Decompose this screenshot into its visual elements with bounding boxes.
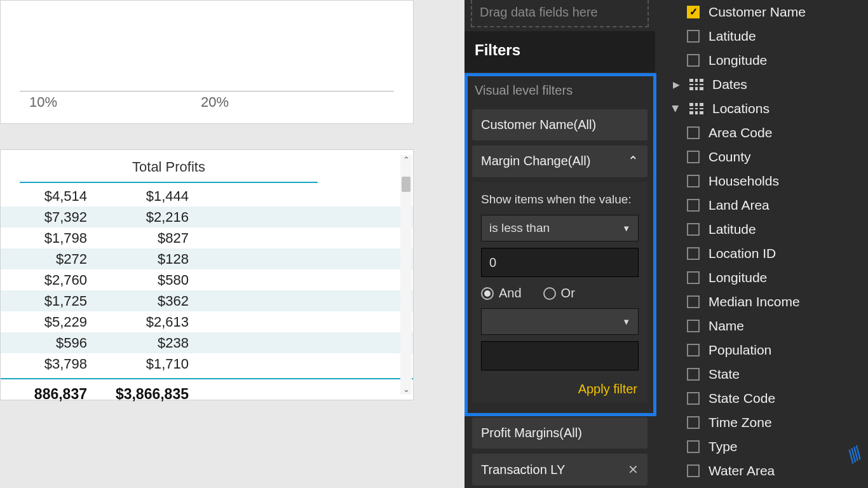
field-item[interactable]: Longitude bbox=[655, 266, 868, 290]
field-item[interactable]: Latitude bbox=[655, 24, 868, 48]
table-row[interactable]: $2,760$580 bbox=[1, 269, 413, 290]
field-label: Time Zone bbox=[709, 415, 772, 430]
table-cell: $596 bbox=[1, 335, 102, 351]
checkbox-icon[interactable] bbox=[687, 54, 700, 67]
checkbox-icon[interactable] bbox=[687, 151, 700, 163]
chart-x-axis bbox=[20, 91, 394, 92]
field-item[interactable]: Area Code bbox=[655, 121, 868, 145]
table-row[interactable]: $4,514$1,444 bbox=[1, 186, 413, 207]
field-item[interactable]: Customer Name bbox=[655, 0, 868, 24]
table-cell: $1,798 bbox=[1, 230, 102, 247]
visualizations-pane: Drag data fields here Filters Visual lev… bbox=[465, 0, 655, 488]
table-row[interactable]: $1,798$827 bbox=[1, 227, 413, 248]
field-item[interactable]: State Code bbox=[655, 386, 868, 410]
drag-field-well[interactable]: Drag data fields here bbox=[471, 0, 649, 27]
logic-or-radio[interactable]: Or bbox=[543, 286, 575, 301]
filter-card-transaction-ly[interactable]: Transaction LY ✕ bbox=[472, 454, 648, 485]
field-label: Longitude bbox=[709, 53, 767, 68]
table-cell: $2,216 bbox=[102, 209, 204, 226]
field-item[interactable]: Latitude bbox=[655, 217, 868, 241]
table-row[interactable]: $3,798$1,710 bbox=[1, 353, 413, 374]
checkbox-icon[interactable] bbox=[687, 416, 700, 429]
table-row[interactable]: $7,392$2,216 bbox=[1, 207, 413, 227]
filter-card-margin-change[interactable]: Margin Change(All) ⌃ bbox=[472, 146, 648, 177]
filter-value-1-input[interactable] bbox=[481, 248, 639, 277]
field-label: Land Area bbox=[709, 198, 770, 213]
table-cell: $4,514 bbox=[1, 188, 102, 205]
table-row[interactable]: $272$128 bbox=[1, 248, 413, 269]
table-cell: $7,392 bbox=[1, 209, 102, 226]
filter-card-label: Profit Margins(All) bbox=[481, 426, 582, 440]
table-cell: $2,760 bbox=[1, 272, 102, 288]
scroll-down-icon[interactable]: ⌄ bbox=[400, 384, 412, 395]
fields-table-locations[interactable]: ▶ Locations bbox=[655, 97, 868, 121]
apply-filter-button[interactable]: Apply filter bbox=[481, 379, 639, 396]
table-total-row: 886,837 $3,866,835 bbox=[1, 378, 413, 403]
checkbox-icon[interactable] bbox=[687, 295, 700, 308]
filter-card-profit-margins[interactable]: Profit Margins(All) bbox=[472, 417, 648, 449]
checkbox-icon[interactable] bbox=[687, 464, 700, 477]
filters-header: Filters bbox=[465, 31, 655, 72]
filter-card-customer-name[interactable]: Customer Name(All) bbox=[472, 109, 648, 140]
field-item[interactable]: State bbox=[655, 362, 868, 386]
checkbox-checked-icon[interactable] bbox=[687, 6, 700, 18]
table-cell: $3,798 bbox=[1, 356, 102, 372]
scrollbar[interactable]: ⌃ ⌄ bbox=[400, 155, 412, 395]
table-row[interactable]: $596$238 bbox=[1, 332, 413, 353]
field-label: Median Income bbox=[709, 294, 800, 309]
checkbox-icon[interactable] bbox=[687, 223, 700, 236]
scroll-thumb[interactable] bbox=[402, 177, 410, 192]
field-label: Customer Name bbox=[709, 4, 806, 20]
field-item[interactable]: Water Area bbox=[655, 459, 868, 483]
field-item[interactable]: Location ID bbox=[655, 241, 868, 266]
table-total-cell: 886,837 bbox=[1, 386, 102, 403]
axis-tick: 20% bbox=[201, 94, 229, 111]
scroll-up-icon[interactable]: ⌃ bbox=[400, 155, 412, 165]
table-cell: $580 bbox=[102, 272, 204, 288]
checkbox-icon[interactable] bbox=[687, 175, 700, 187]
checkbox-icon[interactable] bbox=[687, 199, 700, 212]
field-item[interactable]: County bbox=[655, 145, 868, 169]
checkbox-icon[interactable] bbox=[687, 30, 700, 43]
chart-visual[interactable]: 10% 20% bbox=[0, 0, 414, 124]
filter-condition-2-select[interactable]: ▼ bbox=[481, 308, 639, 335]
table-visual[interactable]: Total Profits $4,514$1,444$7,392$2,216$1… bbox=[0, 149, 414, 400]
checkbox-icon[interactable] bbox=[687, 368, 700, 381]
field-item[interactable]: Median Income bbox=[655, 290, 868, 314]
caret-down-icon: ▶ bbox=[671, 104, 681, 113]
field-label: Name bbox=[709, 318, 744, 334]
checkbox-icon[interactable] bbox=[687, 440, 700, 453]
fields-table-dates[interactable]: ▶ Dates bbox=[655, 72, 868, 97]
checkbox-icon[interactable] bbox=[687, 344, 700, 356]
field-label: Latitude bbox=[709, 29, 756, 44]
table-header: Total Profits bbox=[20, 150, 318, 183]
close-icon[interactable]: ✕ bbox=[628, 462, 639, 477]
checkbox-icon[interactable] bbox=[687, 271, 700, 284]
table-row[interactable]: $5,229$2,613 bbox=[1, 311, 413, 332]
logic-and-radio[interactable]: And bbox=[481, 286, 522, 301]
checkbox-icon[interactable] bbox=[687, 392, 700, 405]
filter-body-margin-change: Show items when the value: is less than … bbox=[472, 182, 648, 403]
field-label: Longitude bbox=[709, 270, 767, 285]
table-cell: $238 bbox=[102, 335, 204, 351]
field-item[interactable]: Type bbox=[655, 435, 868, 459]
checkbox-icon[interactable] bbox=[687, 247, 700, 260]
field-item[interactable]: Population bbox=[655, 338, 868, 362]
field-label: Area Code bbox=[709, 125, 772, 140]
table-row[interactable]: $1,725$362 bbox=[1, 290, 413, 311]
radio-unchecked-icon bbox=[543, 287, 556, 300]
field-item[interactable]: Time Zone bbox=[655, 410, 868, 435]
checkbox-icon[interactable] bbox=[687, 320, 700, 332]
field-item[interactable]: Land Area bbox=[655, 193, 868, 217]
field-item[interactable]: Households bbox=[655, 169, 868, 193]
table-cell: $5,229 bbox=[1, 314, 102, 330]
field-item[interactable]: Longitude bbox=[655, 48, 868, 72]
field-item[interactable]: Name bbox=[655, 314, 868, 338]
filter-condition-label: Show items when the value: bbox=[481, 191, 639, 208]
visual-level-filters-label: Visual level filters bbox=[465, 72, 655, 107]
checkbox-icon[interactable] bbox=[687, 126, 700, 139]
caret-right-icon: ▶ bbox=[672, 79, 681, 90]
field-table-label: Locations bbox=[712, 101, 770, 116]
filter-condition-1-select[interactable]: is less than ▼ bbox=[481, 215, 639, 241]
filter-value-2-input[interactable] bbox=[481, 341, 639, 370]
